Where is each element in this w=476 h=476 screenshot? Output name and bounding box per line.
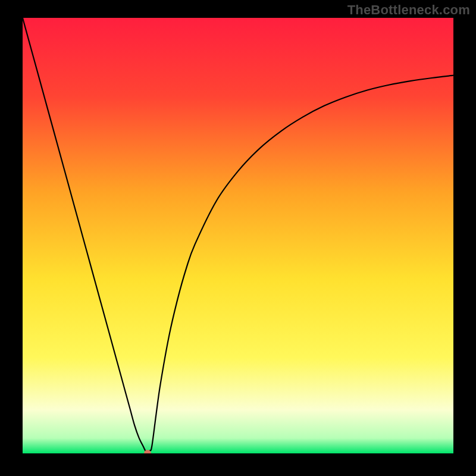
- plot-area: [23, 18, 453, 453]
- gradient-background: [23, 18, 453, 453]
- chart-svg: [23, 18, 453, 453]
- chart-frame: TheBottleneck.com: [0, 0, 476, 476]
- watermark-text: TheBottleneck.com: [347, 2, 470, 18]
